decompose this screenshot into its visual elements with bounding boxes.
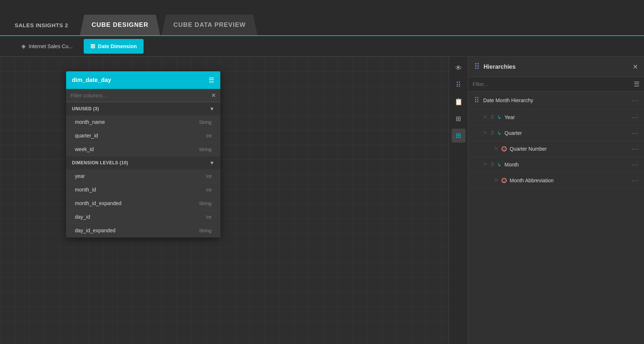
flag-icon: ⚑ — [483, 130, 488, 136]
subtitle-cube-label: Internet Sales Cu... — [29, 43, 73, 49]
col-row-month-name[interactable]: month_name String — [66, 115, 220, 129]
level-menu-dots[interactable]: ⋯ — [632, 129, 638, 137]
dimension-icon: ⊞ — [90, 43, 95, 50]
flag-icon: ⚑ — [494, 146, 499, 152]
col-type: Int — [206, 173, 211, 179]
level-quarter-number[interactable]: ⚑ ○ Quarter Number ⋯ — [468, 141, 644, 157]
circle-icon: ○ — [502, 178, 507, 183]
dimension-chevron-icon: ▼ — [209, 160, 214, 166]
level-month-abbreviation[interactable]: ⚑ ○ Month Abbreviation ⋯ — [468, 173, 644, 189]
circle-icon: ○ — [502, 146, 507, 151]
tab-preview-label: CUBE DATA PREVIEW — [173, 21, 246, 29]
col-type: String — [199, 228, 211, 233]
col-row-month-id[interactable]: month_id Int — [66, 183, 220, 197]
level-name: Month — [504, 162, 519, 168]
col-type: String — [199, 119, 211, 125]
close-button[interactable]: ✕ — [633, 63, 638, 71]
hierarchies-panel: ⠿ Hierarchies ✕ ☰ ⠿ Date Month Hierarchy… — [468, 57, 644, 344]
level-name: Month Abbreviation — [510, 178, 554, 183]
tab-sales[interactable]: SALES INSIGHTS 2 — [15, 15, 77, 35]
col-row-quarter-id[interactable]: quarter_id Int — [66, 129, 220, 143]
teal-table-icon-btn[interactable]: ⊞ — [452, 129, 466, 143]
col-row-day-id[interactable]: day_id Int — [66, 210, 220, 224]
level-menu-dots[interactable]: ⋯ — [632, 161, 638, 169]
filter-menu-icon[interactable]: ☰ — [634, 80, 640, 88]
table-card: dim_date_day ☰ ✕ UNUSED (3) ▼ month_name… — [66, 71, 220, 237]
filter-input[interactable] — [70, 93, 211, 98]
col-name: day_id_expanded — [75, 227, 116, 233]
dimension-section-title: DIMENSION LEVELS (10) — [72, 160, 128, 165]
clear-icon[interactable]: ✕ — [211, 92, 216, 99]
right-sidebar: 👁 ⠿ 📋 ⊞ ⊞ — [449, 57, 468, 344]
people-icon-btn[interactable]: ⠿ — [452, 78, 466, 92]
col-row-month-id-expanded[interactable]: month_id_expanded String — [66, 197, 220, 210]
panel-title-row: ⠿ Hierarchies — [474, 62, 515, 72]
table-icon-btn[interactable]: ⊞ — [452, 112, 466, 126]
col-name: week_id — [75, 146, 94, 152]
panel-title: Hierarchies — [484, 64, 515, 70]
level-quarter[interactable]: ⚑ ⠿ ↳ Quarter ⋯ — [468, 125, 644, 141]
col-row-year[interactable]: year Int — [66, 169, 220, 183]
panel-filter-input[interactable] — [473, 81, 631, 87]
note-icon: 📋 — [455, 98, 463, 106]
eye-icon-btn[interactable]: 👁 — [452, 61, 466, 75]
level-inner: ○ Month Abbreviation — [502, 178, 629, 183]
unused-section-header[interactable]: UNUSED (3) ▼ — [66, 102, 220, 115]
col-name: day_id — [75, 214, 90, 220]
level-year[interactable]: ⚑ ⠿ ↳ Year ⋯ — [468, 110, 644, 125]
hierarchy-list: ⠿ Date Month Hierarchy ⋯ ⚑ ⠿ ↳ Year ⋯ ⚑ … — [468, 92, 644, 344]
level-inner: ○ Quarter Number — [502, 146, 629, 152]
subtitle-cube[interactable]: ◈ Internet Sales Cu... — [15, 39, 79, 54]
level-arrow-icon: ↳ — [497, 130, 502, 136]
hamburger-icon[interactable]: ☰ — [209, 76, 214, 84]
note-icon-btn[interactable]: 📋 — [452, 95, 466, 109]
people-icon: ⠿ — [456, 80, 461, 89]
dimension-section-header[interactable]: DIMENSION LEVELS (10) ▼ — [66, 156, 220, 169]
level-arrow-icon: ↳ — [497, 114, 502, 120]
level-menu-dots[interactable]: ⋯ — [632, 176, 638, 184]
col-name: quarter_id — [75, 133, 98, 139]
hierarchy-main: ⠿ Date Month Hierarchy — [474, 96, 628, 105]
col-name: month_id — [75, 187, 96, 193]
unused-chevron-icon: ▼ — [209, 106, 214, 112]
subtitle-dimension[interactable]: ⊞ Date Dimension — [84, 39, 144, 54]
tab-sales-label: SALES INSIGHTS 2 — [15, 22, 68, 28]
level-inner: ↳ Quarter — [497, 130, 629, 136]
col-row-week-id[interactable]: week_id String — [66, 143, 220, 156]
tab-preview[interactable]: CUBE DATA PREVIEW — [162, 15, 257, 35]
col-name: month_id_expanded — [75, 200, 122, 206]
level-name: Quarter Number — [510, 146, 547, 152]
drag-handle-icon: ⠿ — [491, 130, 494, 136]
unused-columns-list: month_name String quarter_id Int week_id… — [66, 115, 220, 156]
hierarchy-name: Date Month Hierarchy — [483, 97, 533, 103]
flag-icon: ⚑ — [483, 162, 488, 168]
teal-table-icon: ⊞ — [456, 132, 461, 140]
cube-icon: ◈ — [21, 43, 26, 50]
main-content: dim_date_day ☰ ✕ UNUSED (3) ▼ month_name… — [0, 57, 644, 344]
level-arrow-icon: ↳ — [497, 162, 502, 168]
tab-designer[interactable]: CUBE DESIGNER — [80, 15, 160, 35]
col-type: Int — [206, 214, 211, 220]
top-bar: SALES INSIGHTS 2 CUBE DESIGNER CUBE DATA… — [0, 0, 644, 36]
panel-header: ⠿ Hierarchies ✕ — [468, 57, 644, 77]
col-type: String — [199, 147, 211, 152]
flag-icon: ⚑ — [494, 178, 499, 183]
level-inner: ↳ Month — [497, 162, 629, 168]
hierarchy-root[interactable]: ⠿ Date Month Hierarchy ⋯ — [468, 92, 644, 110]
hierarchies-icon: ⠿ — [474, 62, 480, 72]
level-name: Year — [504, 114, 515, 120]
table-title: dim_date_day — [72, 77, 111, 83]
eye-icon: 👁 — [455, 64, 462, 72]
level-menu-dots[interactable]: ⋯ — [632, 113, 638, 121]
level-month[interactable]: ⚑ ⠿ ↳ Month ⋯ — [468, 157, 644, 173]
level-inner: ↳ Year — [497, 114, 629, 120]
hierarchy-menu-dots[interactable]: ⋯ — [632, 96, 638, 104]
col-row-day-id-expanded[interactable]: day_id_expanded String — [66, 224, 220, 237]
subtitle-bar: ◈ Internet Sales Cu... ⊞ Date Dimension — [0, 36, 644, 57]
filter-row: ✕ — [66, 89, 220, 102]
hierarchy-icon: ⠿ — [474, 96, 480, 105]
col-name: month_name — [75, 119, 105, 125]
table-icon: ⊞ — [456, 115, 461, 123]
level-menu-dots[interactable]: ⋯ — [632, 145, 638, 153]
col-type: Int — [206, 187, 211, 193]
